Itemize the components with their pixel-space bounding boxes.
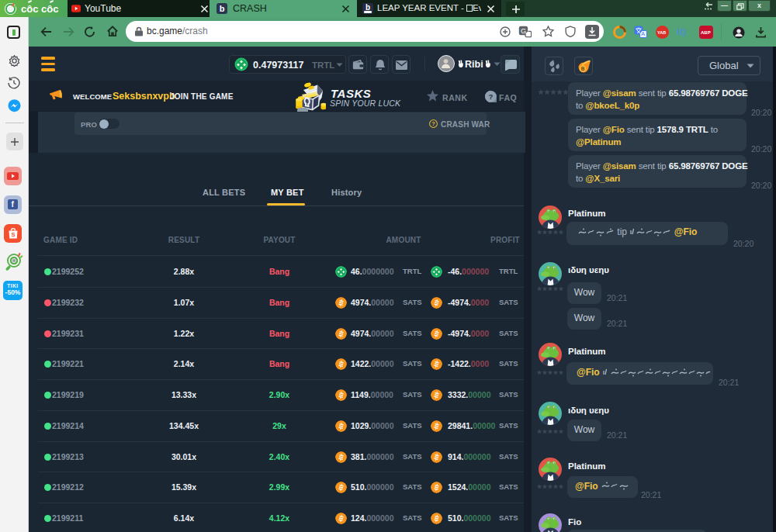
svg-text:B: B: [581, 66, 585, 71]
svg-text:?: ?: [489, 92, 494, 101]
svg-text:S: S: [11, 231, 15, 238]
svg-text:A: A: [641, 31, 645, 36]
svg-text:?: ?: [431, 120, 435, 127]
